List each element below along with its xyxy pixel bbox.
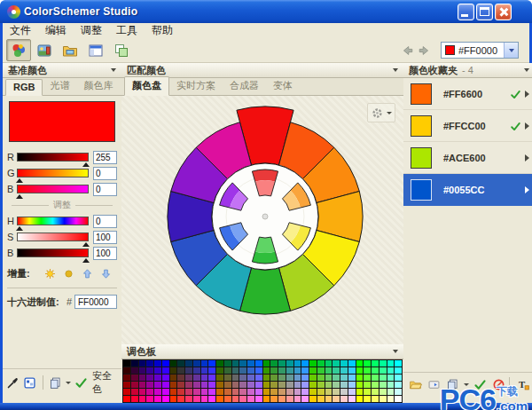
palette-swatch-993333[interactable] xyxy=(177,382,184,388)
palette-swatch-0000FF[interactable] xyxy=(162,360,169,367)
eyedropper-icon[interactable] xyxy=(6,375,20,390)
palette-swatch-FFCC66[interactable] xyxy=(325,396,332,402)
palette-swatch-33FF99[interactable] xyxy=(379,367,387,374)
wheel-options-button[interactable] xyxy=(367,103,395,122)
chevron-right-icon[interactable] xyxy=(525,186,529,193)
arrow-up-icon[interactable] xyxy=(79,265,95,281)
palette-swatch-660033[interactable] xyxy=(131,375,138,381)
menu-item-帮助[interactable]: 帮助 xyxy=(145,22,180,39)
palette-swatch-009900[interactable] xyxy=(263,360,270,367)
palette-swatch-99CCCC[interactable] xyxy=(340,382,348,388)
layout-tool[interactable] xyxy=(83,39,108,61)
palette-swatch-00CC99[interactable] xyxy=(332,360,340,367)
palette-swatch-CC0066[interactable] xyxy=(139,389,146,395)
palette-swatch-336666[interactable] xyxy=(232,367,239,374)
palette-swatch-66CC99[interactable] xyxy=(332,375,340,381)
palette-swatch-99FF33[interactable] xyxy=(364,382,371,388)
open-folder-icon[interactable] xyxy=(407,376,423,392)
palette-swatch-996600[interactable] xyxy=(216,382,223,388)
color-wheel-tool[interactable] xyxy=(6,39,31,61)
palette-swatch-FF0000[interactable] xyxy=(123,396,130,402)
palette-swatch-330066[interactable] xyxy=(139,367,146,374)
palette-swatch-330033[interactable] xyxy=(131,367,138,374)
palette-swatch-66FF66[interactable] xyxy=(372,375,379,381)
palette-swatch-CC9900[interactable] xyxy=(263,389,270,395)
favorite-item-3[interactable]: #ACE600 xyxy=(403,142,532,174)
palette-swatch-999933[interactable] xyxy=(270,382,278,388)
palette-swatch-00CCFF[interactable] xyxy=(348,360,356,367)
palette-swatch-00FF66[interactable] xyxy=(372,360,379,367)
palette-swatch-00FF99[interactable] xyxy=(379,360,387,367)
palette-swatch-99CC00[interactable] xyxy=(309,382,317,388)
palette-swatch-663333[interactable] xyxy=(177,375,184,381)
palette-swatch-003300[interactable] xyxy=(170,360,177,367)
palette-swatch-9933CC[interactable] xyxy=(201,382,208,388)
palette-swatch-99CC33[interactable] xyxy=(317,382,325,388)
palette-swatch-6633CC[interactable] xyxy=(201,375,208,381)
image-scheme-tool[interactable] xyxy=(32,39,57,61)
palette-swatch-CCCC66[interactable] xyxy=(325,389,332,395)
palette-swatch-339999[interactable] xyxy=(286,367,293,374)
palette-swatch-660000[interactable] xyxy=(123,375,130,381)
palette-swatch-6600FF[interactable] xyxy=(162,375,169,381)
palette-swatch-33CCFF[interactable] xyxy=(348,367,356,374)
palette-swatch-33FF33[interactable] xyxy=(364,367,371,374)
palette-swatch-336600[interactable] xyxy=(216,367,223,374)
palette-swatch-6666CC[interactable] xyxy=(247,375,254,381)
palette-swatch-FFCCCC[interactable] xyxy=(340,396,348,402)
favorite-item-2[interactable]: #FFCC00 xyxy=(403,110,532,142)
palette-swatch-CC9966[interactable] xyxy=(278,389,286,395)
slider-B-value-input[interactable] xyxy=(93,247,117,260)
favorite-item-1[interactable]: #FF6600 xyxy=(403,78,532,110)
slider-B-slider[interactable] xyxy=(17,248,89,257)
slider-S-value-input[interactable] xyxy=(93,231,117,244)
palette-swatch-66CCCC[interactable] xyxy=(340,375,348,381)
palette-swatch-CC3300[interactable] xyxy=(170,389,177,395)
palette-swatch-000033[interactable] xyxy=(131,360,138,367)
palette-swatch-CCFF99[interactable] xyxy=(379,389,387,395)
palette-swatch-CC9999[interactable] xyxy=(286,389,293,395)
palette-swatch-3366CC[interactable] xyxy=(247,367,254,374)
palette-swatch-FF9999[interactable] xyxy=(286,396,293,402)
palette-swatch-CC33FF[interactable] xyxy=(208,389,215,395)
palette-swatch-999900[interactable] xyxy=(263,382,270,388)
palette-swatch-3399CC[interactable] xyxy=(294,367,301,374)
palette-swatch-FF6600[interactable] xyxy=(216,396,223,402)
palette-swatch-FFFF00[interactable] xyxy=(356,396,364,402)
palette-swatch-CCCC99[interactable] xyxy=(332,389,340,395)
palette-swatch-FF6633[interactable] xyxy=(224,396,231,402)
tab-光谱[interactable]: 光谱 xyxy=(43,77,76,95)
palette-swatch-33FF00[interactable] xyxy=(356,367,364,374)
palette-swatch-FF33CC[interactable] xyxy=(201,396,208,402)
slider-G-value-input[interactable] xyxy=(93,167,117,180)
menu-item-文件[interactable]: 文件 xyxy=(3,22,38,39)
palette-swatch-663399[interactable] xyxy=(193,375,200,381)
palette-swatch-000066[interactable] xyxy=(139,360,146,367)
palette-swatch-9999FF[interactable] xyxy=(301,382,309,388)
palette-swatch-FF0066[interactable] xyxy=(139,396,146,402)
palette-swatch-FFCC33[interactable] xyxy=(317,396,325,402)
palette-swatch-FF3333[interactable] xyxy=(177,396,184,402)
palette-swatch-9999CC[interactable] xyxy=(294,382,301,388)
palette-swatch-990033[interactable] xyxy=(131,382,138,388)
palette-swatch-663366[interactable] xyxy=(185,375,192,381)
palette-swatch-669966[interactable] xyxy=(278,375,286,381)
palette-swatch-33FFCC[interactable] xyxy=(387,367,395,374)
palette-swatch-003399[interactable] xyxy=(193,360,200,367)
favorite-swatch[interactable] xyxy=(411,83,432,105)
palette-swatch-66CCFF[interactable] xyxy=(348,375,356,381)
tab-RGB[interactable]: RGB xyxy=(5,79,43,96)
palette-swatch-333300[interactable] xyxy=(170,367,177,374)
palette-swatch-0033FF[interactable] xyxy=(208,360,215,367)
hex-input[interactable] xyxy=(74,295,117,309)
chevron-right-icon[interactable] xyxy=(525,91,529,98)
palette-swatch-33CC00[interactable] xyxy=(309,367,317,374)
combo-dropdown-button[interactable] xyxy=(504,43,518,58)
palette-swatch-99CCFF[interactable] xyxy=(348,382,356,388)
color-wheel[interactable] xyxy=(121,96,403,339)
palette-swatch-99FFFF[interactable] xyxy=(395,382,402,388)
palette-swatch-FFCCFF[interactable] xyxy=(348,396,356,402)
palette-swatch-CC6699[interactable] xyxy=(239,389,246,395)
tab-颜色库[interactable]: 颜色库 xyxy=(76,77,120,95)
palette-swatch-CC66FF[interactable] xyxy=(255,389,262,395)
